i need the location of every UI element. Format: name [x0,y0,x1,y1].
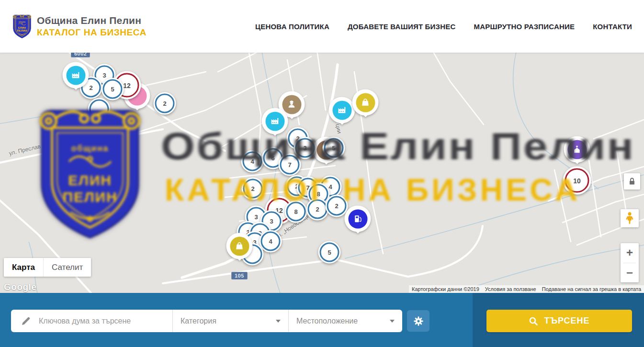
advanced-settings-button[interactable] [407,310,429,332]
zoom-out-button[interactable]: − [621,263,639,283]
attribution-report-error-link[interactable]: Подаване на сигнал за грешка в картата [539,285,644,293]
map-type-control: Карта Сателит [4,258,91,277]
map-marker-bag[interactable] [226,233,253,259]
municipality-crest-logo [12,13,32,40]
marker-cluster[interactable]: 4 [241,150,264,173]
zoom-in-button[interactable]: + [621,243,639,263]
pencil-icon [21,316,31,326]
marker-cluster[interactable]: 7 [279,154,301,176]
search-fields: Категория Местоположение [11,310,402,332]
attribution-terms-link[interactable]: Условия за ползване [482,285,539,293]
fullscreen-lock-button[interactable] [624,173,640,190]
street-view-pegman-button[interactable] [621,209,639,227]
nav-route-schedule[interactable]: МАРШРУТНО РАЗПИСАНИЕ [474,22,575,31]
category-select[interactable]: Категория [172,310,288,332]
chevron-down-icon [276,320,281,323]
nav-pricing-policy[interactable]: ЦЕНОВА ПОЛИТИКА [255,22,329,31]
map-canvas[interactable]: 6002105ул. Преславбул. „Новоселциции 321… [0,53,644,293]
nav-add-business[interactable]: ДОБАВЕТЕ ВАШИЯТ БИЗНЕС [348,22,455,31]
search-bar: Категория Местоположение [0,293,644,347]
markers-layer: 3212522354672274812822333834510 [0,53,644,293]
marker-cluster[interactable]: 5 [323,137,345,159]
keyword-input[interactable] [38,316,159,326]
marker-cluster[interactable]: 2 [306,198,329,221]
pegman-icon [624,212,635,225]
gear-icon [413,316,424,326]
header: Община Елин Пелин КАТАЛОГ НА БИЗНЕСА ЦЕН… [0,0,644,53]
marker-cluster[interactable]: 2 [242,178,264,200]
map-marker-bag[interactable] [352,90,379,116]
map-type-satellite-button[interactable]: Сателит [43,258,91,277]
map-marker-fuel[interactable] [345,206,371,232]
map-attribution: Картографски данни ©2019 Условия за полз… [409,285,644,293]
google-logo[interactable]: Google [4,282,36,292]
site-title: Община Елин Пелин [37,15,147,26]
site-subtitle: КАТАЛОГ НА БИЗНЕСА [37,27,147,38]
search-button[interactable]: ТЪРСЕНЕ [486,310,632,332]
map-type-map-button[interactable]: Карта [4,258,43,277]
attribution-copyright: Картографски данни ©2019 [409,285,482,293]
marker-cluster[interactable]: 10 [563,167,591,195]
zoom-control: + − [621,243,639,282]
marker-cluster[interactable]: 5 [102,78,124,101]
location-select[interactable]: Местоположение [288,310,402,332]
search-icon [529,316,538,326]
brand[interactable]: Община Елин Пелин КАТАЛОГ НА БИЗНЕСА [12,13,147,40]
search-button-label: ТЪРСЕНЕ [544,316,589,326]
marker-cluster[interactable]: 5 [318,241,341,264]
map-marker-factory[interactable] [63,62,89,89]
lock-icon [627,177,637,186]
nav-contacts[interactable]: КОНТАКТИ [593,22,632,31]
marker-cluster[interactable]: 4 [260,230,282,253]
category-select-label: Категория [181,317,216,325]
keyword-field[interactable] [11,310,172,332]
marker-cluster[interactable]: 2 [154,92,176,115]
main-nav: ЦЕНОВА ПОЛИТИКА ДОБАВЕТЕ ВАШИЯТ БИЗНЕС М… [255,22,632,31]
map-marker-church[interactable] [564,136,590,163]
marker-cluster[interactable]: 8 [285,201,307,223]
map-marker-factory[interactable] [262,108,288,134]
chevron-down-icon [390,320,395,323]
map-marker-factory[interactable] [329,97,355,123]
marker-cluster[interactable] [88,98,111,121]
location-select-label: Местоположение [296,317,358,325]
